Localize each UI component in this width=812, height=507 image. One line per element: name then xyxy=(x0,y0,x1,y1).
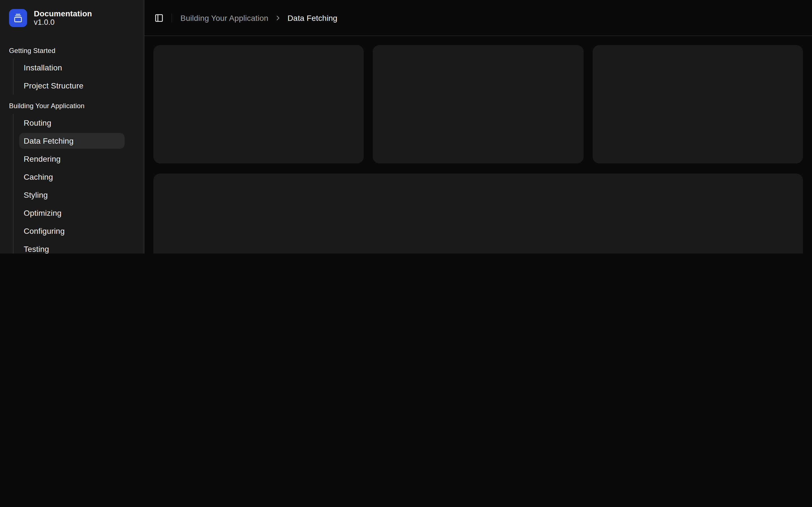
panel-left-icon xyxy=(154,13,163,22)
sidebar-link-project-structure[interactable]: Project Structure xyxy=(19,78,124,94)
breadcrumb: Building Your Application Data Fetching xyxy=(181,13,338,22)
page-content xyxy=(144,36,812,253)
sidebar-item-optimizing: Optimizing xyxy=(19,205,124,221)
sidebar-link-installation[interactable]: Installation xyxy=(19,60,124,75)
sidebar-group-label: Getting Started xyxy=(9,46,135,55)
placeholder-card-2 xyxy=(373,45,583,163)
sidebar-group-list: InstallationProject Structure xyxy=(13,59,124,95)
app-root: Documentation v1.0.0 Getting StartedInst… xyxy=(0,0,812,253)
sidebar-nav: Getting StartedInstallationProject Struc… xyxy=(0,27,144,253)
sidebar: Documentation v1.0.0 Getting StartedInst… xyxy=(0,0,144,253)
sidebar-link-testing[interactable]: Testing xyxy=(19,241,124,253)
sidebar-group-getting-started: Getting StartedInstallationProject Struc… xyxy=(0,46,144,95)
placeholder-panel xyxy=(153,173,803,253)
sidebar-item-caching: Caching xyxy=(19,169,124,185)
sidebar-item-installation: Installation xyxy=(19,60,124,75)
placeholder-card-3 xyxy=(592,45,803,163)
sidebar-item-rendering: Rendering xyxy=(19,151,124,167)
sidebar-item-data-fetching: Data Fetching xyxy=(19,133,124,149)
sidebar-header[interactable]: Documentation v1.0.0 xyxy=(0,0,144,27)
sidebar-link-styling[interactable]: Styling xyxy=(19,187,124,203)
placeholder-card-grid xyxy=(153,45,803,163)
breadcrumb-parent-link[interactable]: Building Your Application xyxy=(181,13,268,22)
sidebar-item-routing: Routing xyxy=(19,115,124,131)
sidebar-item-configuring: Configuring xyxy=(19,223,124,239)
app-version: v1.0.0 xyxy=(34,18,92,26)
placeholder-card-1 xyxy=(153,45,364,163)
sidebar-item-testing: Testing xyxy=(19,241,124,253)
gallery-vertical-end-icon xyxy=(13,13,22,22)
sidebar-group-building-your-application: Building Your ApplicationRoutingData Fet… xyxy=(0,101,144,253)
sidebar-group-list: RoutingData FetchingRenderingCachingStyl… xyxy=(13,114,124,253)
sidebar-toggle-button[interactable] xyxy=(151,10,167,25)
app-title-block: Documentation v1.0.0 xyxy=(34,10,92,26)
sidebar-item-styling: Styling xyxy=(19,187,124,203)
app-title: Documentation xyxy=(34,10,92,18)
sidebar-link-rendering[interactable]: Rendering xyxy=(19,151,124,167)
breadcrumb-current-page: Data Fetching xyxy=(288,13,338,22)
sidebar-link-caching[interactable]: Caching xyxy=(19,169,124,185)
header-separator xyxy=(171,13,172,22)
sidebar-link-routing[interactable]: Routing xyxy=(19,115,124,131)
sidebar-group-label: Building Your Application xyxy=(9,101,135,110)
main-area: Building Your Application Data Fetching xyxy=(144,0,812,253)
chevron-right-icon xyxy=(274,14,282,22)
header: Building Your Application Data Fetching xyxy=(144,0,812,36)
sidebar-link-configuring[interactable]: Configuring xyxy=(19,223,124,239)
sidebar-link-optimizing[interactable]: Optimizing xyxy=(19,205,124,221)
sidebar-item-project-structure: Project Structure xyxy=(19,78,124,94)
app-logo xyxy=(9,9,27,27)
sidebar-link-data-fetching[interactable]: Data Fetching xyxy=(19,133,124,149)
